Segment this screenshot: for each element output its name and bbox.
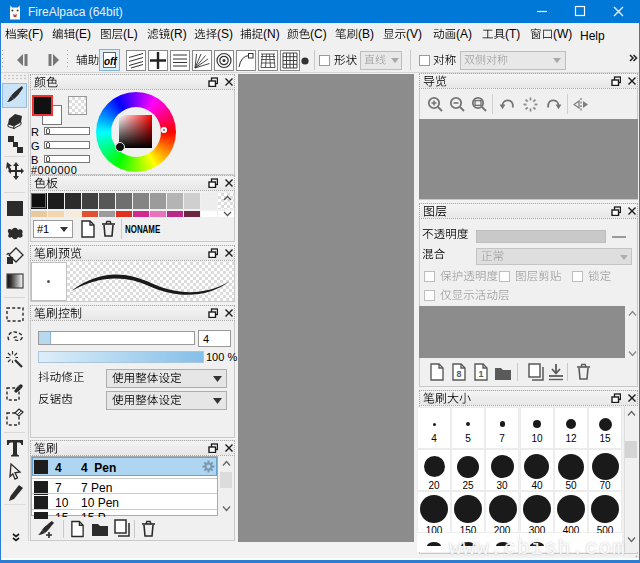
svg-text:8: 8 <box>456 369 461 379</box>
svg-text:1: 1 <box>478 369 483 379</box>
